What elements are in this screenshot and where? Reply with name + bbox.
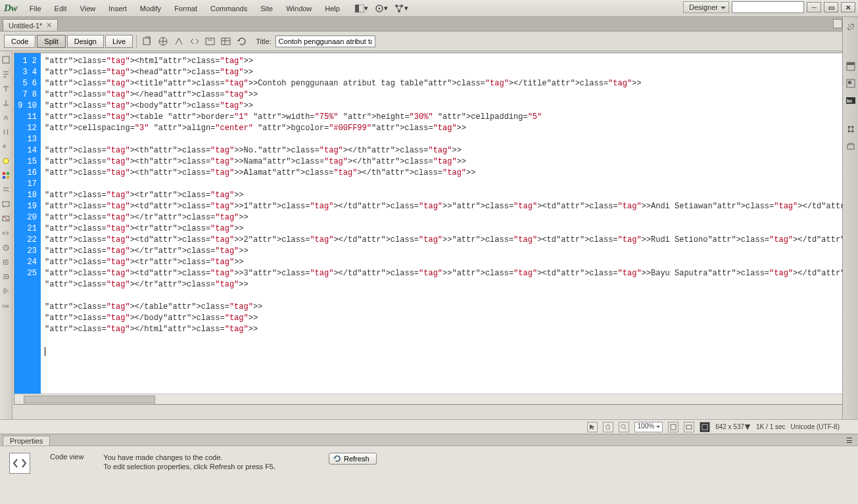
properties-message: You have made changes to the code. To ed… bbox=[103, 453, 275, 471]
menu-help[interactable]: Help bbox=[318, 2, 346, 15]
wrap-tag-icon[interactable]: <> bbox=[0, 227, 12, 239]
show-code-nav-icon[interactable] bbox=[0, 68, 12, 80]
svg-rect-30 bbox=[702, 424, 707, 430]
line-gutter: 1 2 3 4 5 6 7 8 9 10 11 12 13 14 15 16 1… bbox=[14, 53, 41, 404]
menu-format[interactable]: Format bbox=[168, 2, 204, 15]
code-view-icon bbox=[9, 453, 30, 474]
menu-file[interactable]: File bbox=[23, 2, 48, 15]
apply-comment-icon[interactable] bbox=[0, 198, 12, 210]
svg-rect-20 bbox=[3, 202, 9, 206]
server-debug-icon[interactable] bbox=[172, 34, 186, 49]
svg-rect-28 bbox=[671, 424, 676, 430]
split-view-button[interactable]: Split bbox=[37, 35, 65, 48]
panel-menu-icon[interactable]: ☰ bbox=[846, 436, 853, 445]
file-management-icon[interactable] bbox=[140, 34, 155, 49]
refresh-icon bbox=[333, 455, 341, 463]
extensions-icon[interactable]: ▾ bbox=[373, 2, 390, 15]
workspace-switcher[interactable]: Designer bbox=[683, 1, 729, 13]
svg-text:#: # bbox=[3, 143, 6, 150]
close-tab-icon[interactable]: ✕ bbox=[46, 21, 52, 30]
svg-rect-17 bbox=[7, 172, 9, 175]
assets-panel-icon[interactable] bbox=[845, 141, 857, 152]
svg-rect-41 bbox=[847, 145, 854, 149]
status-bar: 100% 642 x 537⯆ 1K / 1 sec Unicode (UTF-… bbox=[0, 419, 858, 434]
expand-tag-icon[interactable] bbox=[0, 97, 12, 109]
select-parent-icon[interactable] bbox=[0, 112, 12, 124]
document-tab[interactable]: Untitled-1* ✕ bbox=[3, 19, 58, 31]
svg-text:bc: bc bbox=[847, 99, 852, 103]
balance-braces-icon[interactable] bbox=[0, 126, 12, 138]
svg-rect-11 bbox=[206, 38, 214, 45]
syntax-color-icon[interactable] bbox=[0, 170, 12, 181]
encoding[interactable]: Unicode (UTF-8) bbox=[791, 423, 840, 430]
line-numbers-icon[interactable]: # bbox=[0, 141, 12, 152]
expand-panels-icon[interactable] bbox=[845, 21, 857, 33]
window-dim[interactable]: 642 x 537⯆ bbox=[715, 423, 751, 430]
move-css-icon[interactable]: css bbox=[0, 300, 12, 311]
indent-icon[interactable] bbox=[0, 256, 12, 268]
svg-line-27 bbox=[625, 428, 627, 430]
menu-insert[interactable]: Insert bbox=[102, 2, 133, 15]
live-code-icon[interactable] bbox=[187, 34, 202, 49]
svg-rect-12 bbox=[222, 38, 230, 45]
window-size-icon-2[interactable] bbox=[684, 422, 694, 432]
menu-site[interactable]: Site bbox=[254, 2, 279, 15]
inspect-icon[interactable] bbox=[203, 34, 218, 49]
properties-tab[interactable]: Properties bbox=[3, 436, 50, 446]
window-size-icon-3[interactable] bbox=[700, 422, 710, 432]
zoom-tool-icon[interactable] bbox=[619, 422, 629, 432]
svg-rect-29 bbox=[686, 425, 692, 429]
menu-edit[interactable]: Edit bbox=[48, 2, 74, 15]
remove-comment-icon[interactable] bbox=[0, 213, 12, 225]
ap-elements-panel-icon[interactable] bbox=[845, 78, 857, 89]
window-size-icon-1[interactable] bbox=[668, 422, 679, 432]
code-editor[interactable]: 1 2 3 4 5 6 7 8 9 10 11 12 13 14 15 16 1… bbox=[14, 53, 858, 405]
visual-aids-icon[interactable] bbox=[219, 34, 233, 49]
menu-window[interactable]: Window bbox=[279, 2, 318, 15]
refresh-design-icon[interactable] bbox=[235, 34, 249, 49]
search-input[interactable] bbox=[732, 1, 804, 13]
svg-rect-19 bbox=[7, 176, 9, 179]
title-label: Title: bbox=[256, 37, 271, 45]
recent-snippets-icon[interactable] bbox=[0, 242, 12, 254]
close-button[interactable]: ✕ bbox=[841, 2, 855, 12]
outdent-icon[interactable] bbox=[0, 271, 12, 283]
page-size: 1K / 1 sec bbox=[756, 423, 785, 430]
layout-icon[interactable]: ▾ bbox=[353, 2, 370, 15]
site-icon[interactable]: ▾ bbox=[393, 2, 410, 15]
svg-line-22 bbox=[3, 216, 9, 221]
css-styles-panel-icon[interactable] bbox=[845, 60, 857, 72]
hand-tool-icon[interactable] bbox=[603, 422, 613, 432]
menu-commands[interactable]: Commands bbox=[204, 2, 254, 15]
code-toolbar-rail: # <> css bbox=[0, 51, 12, 419]
maximize-button[interactable]: ▭ bbox=[824, 2, 838, 12]
svg-text:<>: <> bbox=[2, 230, 9, 237]
code-view-button[interactable]: Code bbox=[4, 35, 36, 48]
collapse-tag-icon[interactable] bbox=[0, 83, 12, 95]
business-catalyst-panel-icon[interactable]: bc bbox=[845, 95, 857, 106]
svg-rect-9 bbox=[143, 38, 150, 45]
minimize-button[interactable]: ─ bbox=[807, 2, 821, 12]
pointer-tool-icon[interactable] bbox=[587, 422, 598, 432]
live-view-button[interactable]: Live bbox=[105, 35, 133, 48]
menu-modify[interactable]: Modify bbox=[133, 2, 168, 15]
design-view-button[interactable]: Design bbox=[67, 35, 104, 48]
format-source-icon[interactable] bbox=[0, 285, 12, 297]
title-input[interactable] bbox=[275, 35, 375, 47]
menu-view[interactable]: View bbox=[74, 2, 103, 15]
refresh-button[interactable]: Refresh bbox=[329, 453, 377, 465]
svg-point-15 bbox=[3, 158, 9, 164]
preview-browser-icon[interactable] bbox=[156, 34, 170, 49]
properties-panel: Code view You have made changes to the c… bbox=[0, 446, 858, 504]
open-documents-icon[interactable] bbox=[0, 54, 12, 66]
highlight-invalid-icon[interactable] bbox=[0, 155, 12, 167]
zoom-level[interactable]: 100% bbox=[634, 422, 663, 432]
doc-restore-icon[interactable] bbox=[833, 19, 842, 28]
code-content[interactable]: "attr">class="tag"><html"attr">class="ta… bbox=[41, 53, 858, 404]
document-tab-label: Untitled-1* bbox=[9, 22, 42, 30]
app-logo: Dw bbox=[4, 3, 18, 14]
properties-tab-bar: Properties ☰ bbox=[0, 434, 858, 446]
code-horizontal-scrollbar[interactable] bbox=[14, 394, 858, 404]
files-panel-icon[interactable] bbox=[845, 124, 857, 135]
word-wrap-icon[interactable] bbox=[0, 184, 12, 196]
